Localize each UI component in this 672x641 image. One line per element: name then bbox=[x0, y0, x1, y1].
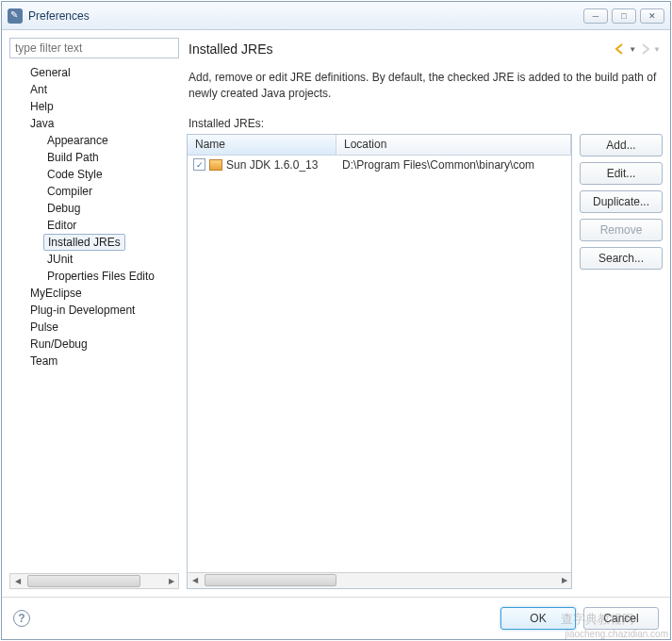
body: General Ant Help Java Appearance Build P… bbox=[2, 30, 670, 597]
scroll-thumb[interactable] bbox=[27, 575, 140, 587]
jre-location: D:\Program Files\Common\binary\com bbox=[336, 158, 571, 172]
edit-button[interactable]: Edit... bbox=[580, 162, 663, 185]
scroll-right-icon[interactable]: ▶ bbox=[164, 574, 178, 588]
tree-item-appearance[interactable]: Appearance bbox=[9, 132, 179, 149]
tree-item-compiler[interactable]: Compiler bbox=[9, 183, 179, 200]
close-button[interactable]: ✕ bbox=[640, 8, 664, 24]
scroll-thumb[interactable] bbox=[205, 574, 336, 586]
sidebar-hscrollbar[interactable]: ◀ ▶ bbox=[9, 573, 179, 589]
watermark-cn: 查字典教程网 bbox=[561, 611, 634, 628]
tree-item-build-path[interactable]: Build Path bbox=[9, 149, 179, 166]
help-icon[interactable]: ? bbox=[13, 610, 30, 627]
jre-icon bbox=[209, 159, 222, 171]
tree-item-plugin-dev[interactable]: Plug-in Development bbox=[9, 302, 179, 319]
sidebar: General Ant Help Java Appearance Build P… bbox=[9, 38, 179, 589]
back-arrow-icon[interactable] bbox=[614, 42, 627, 56]
page-title: Installed JREs bbox=[188, 41, 612, 57]
back-dropdown-icon[interactable]: ▼ bbox=[629, 45, 636, 54]
jre-table: Name Location ✓ Sun JDK 1.6.0_13 D:\Prog… bbox=[187, 134, 572, 589]
duplicate-button[interactable]: Duplicate... bbox=[580, 190, 663, 213]
preferences-window: Preferences ─ □ ✕ General Ant Help Java … bbox=[1, 1, 671, 640]
page-description: Add, remove or edit JRE definitions. By … bbox=[187, 64, 663, 113]
scroll-right-icon[interactable]: ▶ bbox=[557, 573, 571, 587]
tree-item-pulse[interactable]: Pulse bbox=[9, 319, 179, 336]
main-panel: Installed JREs ▼ ▼ Add, remove or edit J… bbox=[187, 38, 663, 589]
table-area: Name Location ✓ Sun JDK 1.6.0_13 D:\Prog… bbox=[187, 134, 663, 589]
main-header: Installed JREs ▼ ▼ bbox=[187, 38, 663, 64]
forward-arrow-icon[interactable] bbox=[638, 42, 651, 56]
forward-dropdown-icon[interactable]: ▼ bbox=[653, 45, 661, 54]
table-header: Name Location bbox=[188, 135, 571, 156]
tree-item-installed-jres[interactable]: Installed JREs bbox=[43, 234, 125, 251]
preferences-tree[interactable]: General Ant Help Java Appearance Build P… bbox=[9, 64, 179, 569]
col-location[interactable]: Location bbox=[336, 135, 571, 155]
tree-item-ant[interactable]: Ant bbox=[9, 81, 179, 98]
tree-item-editor[interactable]: Editor bbox=[9, 217, 179, 234]
tree-item-team[interactable]: Team bbox=[9, 353, 179, 370]
scroll-left-icon[interactable]: ◀ bbox=[10, 574, 25, 588]
tree-item-help[interactable]: Help bbox=[9, 98, 179, 115]
table-hscrollbar[interactable]: ◀ ▶ bbox=[188, 572, 571, 588]
tree-item-junit[interactable]: JUnit bbox=[9, 251, 179, 268]
jre-checkbox[interactable]: ✓ bbox=[193, 158, 205, 171]
tree-item-java[interactable]: Java bbox=[9, 115, 179, 132]
window-title: Preferences bbox=[28, 9, 580, 23]
tree-item-myeclipse[interactable]: MyEclipse bbox=[9, 285, 179, 302]
table-label: Installed JREs: bbox=[187, 113, 663, 134]
filter-input[interactable] bbox=[9, 38, 179, 58]
maximize-button[interactable]: □ bbox=[612, 8, 636, 24]
app-icon bbox=[8, 8, 23, 24]
scroll-left-icon[interactable]: ◀ bbox=[188, 573, 202, 587]
search-button[interactable]: Search... bbox=[580, 247, 663, 270]
titlebar: Preferences ─ □ ✕ bbox=[2, 2, 670, 30]
tree-item-debug[interactable]: Debug bbox=[9, 200, 179, 217]
remove-button[interactable]: Remove bbox=[580, 219, 663, 241]
watermark-site: jiaocheng.chazidian.com bbox=[565, 629, 668, 639]
tree-item-general[interactable]: General bbox=[9, 64, 179, 81]
tree-item-code-style[interactable]: Code Style bbox=[9, 166, 179, 183]
add-button[interactable]: Add... bbox=[580, 134, 663, 156]
minimize-button[interactable]: ─ bbox=[583, 8, 608, 24]
tree-item-run-debug[interactable]: Run/Debug bbox=[9, 336, 179, 353]
button-column: Add... Edit... Duplicate... Remove Searc… bbox=[580, 134, 663, 589]
table-body[interactable]: ✓ Sun JDK 1.6.0_13 D:\Program Files\Comm… bbox=[188, 156, 571, 572]
tree-item-prop-files[interactable]: Properties Files Edito bbox=[9, 268, 179, 285]
col-name[interactable]: Name bbox=[188, 135, 336, 155]
jre-name: Sun JDK 1.6.0_13 bbox=[226, 158, 318, 172]
table-row[interactable]: ✓ Sun JDK 1.6.0_13 D:\Program Files\Comm… bbox=[188, 156, 571, 174]
